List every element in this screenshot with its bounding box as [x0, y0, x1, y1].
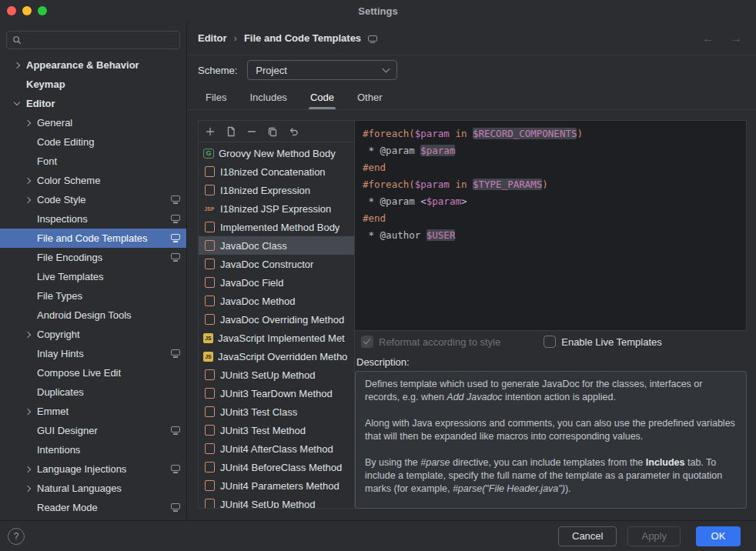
sidebar-item-file-and-code-templates[interactable]: File and Code Templates	[0, 229, 186, 248]
close-window-button[interactable]	[7, 6, 16, 15]
apply-button[interactable]: Apply	[627, 526, 681, 546]
template-item-javascript-implemented-met[interactable]: JSJavaScript Implemented Met	[199, 329, 354, 347]
template-item-junit3-test-class[interactable]: JUnit3 Test Class	[199, 402, 354, 421]
settings-search-input[interactable]	[26, 35, 175, 46]
forward-button[interactable]: →	[730, 32, 742, 45]
template-item-javadoc-method[interactable]: JavaDoc Method	[199, 292, 354, 310]
scheme-dropdown[interactable]: Project	[247, 60, 397, 80]
template-item-junit4-beforeclass-method[interactable]: JUnit4 BeforeClass Method	[199, 458, 354, 476]
template-item-javascript-overridden-metho[interactable]: JSJavaScript Overridden Metho	[199, 347, 354, 366]
sidebar-item-compose-live-edit[interactable]: Compose Live Edit	[0, 363, 186, 382]
template-file-icon	[203, 425, 216, 436]
remove-template-button[interactable]	[246, 125, 258, 138]
sidebar-item-label: Natural Languages	[37, 483, 180, 494]
template-item-groovy-new-method-body[interactable]: GGroovy New Method Body	[199, 144, 354, 162]
sidebar-item-natural-languages[interactable]: Natural Languages	[0, 479, 186, 498]
sidebar-item-code-style[interactable]: Code Style	[0, 190, 186, 209]
tab-code[interactable]: Code	[309, 85, 336, 109]
tab-files[interactable]: Files	[204, 85, 228, 109]
chevron-right-icon[interactable]	[23, 121, 37, 125]
template-item-label: JavaDoc Class	[220, 240, 287, 252]
template-item-junit4-parameters-method[interactable]: JUnit4 Parameters Method	[199, 476, 354, 495]
template-item-implemented-method-body[interactable]: Implemented Method Body	[199, 218, 354, 236]
chevron-right-icon[interactable]	[23, 467, 37, 472]
template-item-junit4-afterclass-method[interactable]: JUnit4 AfterClass Method	[199, 439, 354, 458]
description-text[interactable]: Defines template which used to generate …	[355, 371, 747, 509]
template-file-icon	[203, 406, 216, 417]
sidebar-item-reader-mode[interactable]: Reader Mode	[0, 498, 186, 517]
sidebar-item-emmet[interactable]: Emmet	[0, 402, 186, 421]
back-button[interactable]: ←	[702, 32, 714, 45]
enable-live-templates-checkbox[interactable]	[544, 336, 556, 348]
sidebar-item-inlay-hints[interactable]: Inlay Hints	[0, 344, 186, 363]
chevron-right-icon[interactable]	[23, 179, 37, 183]
sidebar-item-code-editing[interactable]: Code Editing	[0, 132, 186, 152]
ok-button[interactable]: OK	[696, 526, 741, 546]
template-item-javadoc-field[interactable]: JavaDoc Field	[199, 273, 354, 292]
sidebar-item-general[interactable]: General	[0, 113, 186, 132]
template-item-javadoc-overriding-method[interactable]: JavaDoc Overriding Method	[199, 310, 354, 329]
groovy-file-icon: G	[203, 149, 214, 159]
window-title: Settings	[358, 5, 397, 17]
sidebar-item-duplicates[interactable]: Duplicates	[0, 382, 186, 402]
template-file-icon	[203, 314, 216, 325]
sidebar-item-label: File Types	[37, 290, 180, 302]
minimize-window-button[interactable]	[22, 6, 32, 15]
sidebar-item-copyright[interactable]: Copyright	[0, 325, 186, 344]
template-item-i18nized-jsp-expression[interactable]: JSPI18nized JSP Expression	[199, 199, 354, 218]
help-button[interactable]: ?	[8, 528, 25, 545]
reset-template-button[interactable]	[287, 125, 299, 138]
template-item-label: I18nized Expression	[220, 185, 310, 196]
tab-includes[interactable]: Includes	[248, 85, 288, 109]
sidebar-item-label: Font	[37, 155, 180, 167]
zoom-window-button[interactable]	[38, 6, 47, 15]
breadcrumb-editor[interactable]: Editor	[198, 32, 227, 44]
chevron-down-icon[interactable]	[12, 102, 26, 105]
template-item-label: Implemented Method Body	[220, 222, 340, 233]
cancel-button[interactable]: Cancel	[558, 526, 617, 546]
sidebar-item-file-types[interactable]: File Types	[0, 286, 186, 306]
file-icon	[225, 125, 237, 138]
sidebar-item-inspections[interactable]: Inspections	[0, 209, 186, 229]
template-item-label: I18nized JSP Expression	[220, 203, 331, 215]
tab-other[interactable]: Other	[356, 85, 384, 109]
sidebar-item-file-encodings[interactable]: File Encodings	[0, 248, 186, 267]
template-item-label: JUnit4 Parameters Method	[220, 480, 340, 492]
template-item-junit3-setup-method[interactable]: JUnit3 SetUp Method	[199, 366, 354, 384]
reformat-checkbox[interactable]	[361, 336, 373, 348]
chevron-right-icon[interactable]	[23, 332, 37, 337]
template-file-icon	[203, 222, 216, 232]
template-list: GGroovy New Method BodyI18nized Concaten…	[199, 142, 354, 508]
copy-template-button[interactable]	[266, 125, 279, 138]
sidebar-item-intentions[interactable]: Intentions	[0, 440, 186, 459]
sidebar-item-android-design-tools[interactable]: Android Design Tools	[0, 306, 186, 325]
description-paragraph: Defines template which used to generate …	[365, 378, 737, 404]
add-template-button[interactable]	[204, 125, 216, 138]
settings-search[interactable]	[6, 31, 180, 49]
traffic-lights	[7, 6, 47, 15]
sidebar-item-live-templates[interactable]: Live Templates	[0, 267, 186, 286]
sidebar-item-gui-designer[interactable]: GUI Designer	[0, 421, 186, 440]
template-file-icon	[203, 462, 216, 473]
code-editor[interactable]: #foreach($param in $RECORD_COMPONENTS) *…	[355, 120, 747, 331]
template-item-junit3-teardown-method[interactable]: JUnit3 TearDown Method	[199, 384, 354, 402]
template-item-i18nized-expression[interactable]: I18nized Expression	[199, 181, 354, 199]
chevron-right-icon[interactable]	[23, 198, 37, 202]
chevron-right-icon[interactable]	[23, 409, 37, 414]
sidebar-item-editor[interactable]: Editor	[0, 94, 186, 113]
screen-icon	[171, 349, 180, 356]
sidebar-item-keymap[interactable]: Keymap	[0, 75, 186, 94]
chevron-right-icon[interactable]	[23, 486, 37, 491]
template-item-javadoc-constructor[interactable]: JavaDoc Constructor	[199, 255, 354, 273]
sidebar-item-label: Android Design Tools	[37, 309, 180, 321]
sidebar-item-font[interactable]: Font	[0, 152, 186, 171]
sidebar-item-language-injections[interactable]: Language Injections	[0, 459, 186, 479]
template-item-javadoc-class[interactable]: JavaDoc Class	[199, 236, 354, 255]
template-item-junit3-test-method[interactable]: JUnit3 Test Method	[199, 421, 354, 439]
create-child-template-button[interactable]	[225, 125, 237, 138]
sidebar-item-appearance-behavior[interactable]: Appearance & Behavior	[0, 55, 186, 75]
sidebar-item-color-scheme[interactable]: Color Scheme	[0, 171, 186, 190]
template-item-junit4-setup-method[interactable]: JUnit4 SetUp Method	[199, 495, 354, 508]
chevron-right-icon[interactable]	[12, 63, 26, 68]
template-item-i18nized-concatenation[interactable]: I18nized Concatenation	[199, 162, 354, 181]
